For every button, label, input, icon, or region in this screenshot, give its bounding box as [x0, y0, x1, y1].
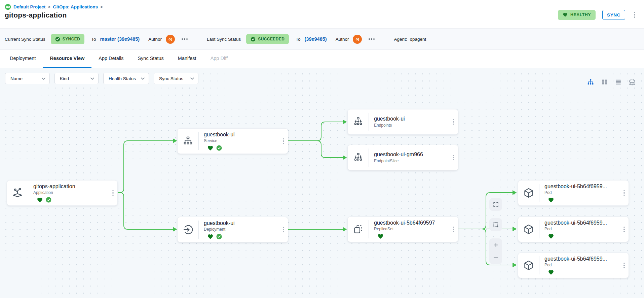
- endpoints-icon: [348, 109, 369, 134]
- node-menu-button[interactable]: [279, 129, 288, 154]
- node-body: guestbook-ui Service: [199, 129, 279, 154]
- node-menu-button[interactable]: [449, 109, 458, 134]
- tab-sync-status[interactable]: Sync Status: [130, 50, 171, 68]
- header-more-menu-button[interactable]: [632, 10, 637, 19]
- breadcrumb-separator: >: [100, 4, 103, 9]
- grid-view-button[interactable]: [600, 78, 608, 86]
- node-body: guestbook-ui-5b64f6959... Pod: [539, 253, 620, 278]
- graph-node-endpointslice[interactable]: guestbook-ui-gm966 EndpointSlice: [347, 145, 458, 170]
- pod-icon: [518, 180, 539, 205]
- chevron-down-icon: [90, 77, 94, 80]
- node-body: gitops-application Application: [28, 180, 109, 205]
- breadcrumb-project-link[interactable]: Default Project: [13, 4, 45, 9]
- author-avatar[interactable]: o(: [353, 35, 362, 44]
- synced-check-icon: [216, 145, 222, 151]
- tab-manifest[interactable]: Manifest: [171, 50, 203, 68]
- graph-node-pod-3[interactable]: guestbook-ui-5b64f6959... Pod: [518, 253, 629, 278]
- last-more-options-icon[interactable]: [367, 37, 376, 41]
- sync-button-label: SYNC: [607, 12, 620, 18]
- graph-node-application[interactable]: gitops-application Application: [7, 180, 118, 206]
- node-title: guestbook-ui: [374, 115, 448, 122]
- node-kind: Deployment: [204, 227, 278, 232]
- tree-view-button[interactable]: [586, 78, 595, 86]
- node-kind: Service: [204, 138, 278, 144]
- divider: [198, 35, 198, 43]
- node-body: guestbook-ui-5b64f6959... Pod: [539, 180, 620, 205]
- sync-status-filter-label: Sync Status: [159, 76, 183, 81]
- marquee-select-button[interactable]: [489, 218, 502, 231]
- node-status: [37, 197, 107, 203]
- node-status: [377, 233, 448, 239]
- kind-filter-dropdown[interactable]: Kind: [54, 73, 99, 84]
- node-menu-button[interactable]: [279, 217, 288, 242]
- to-label: To: [296, 37, 300, 42]
- tab-resource-view[interactable]: Resource View: [43, 50, 91, 68]
- node-title: guestbook-ui: [204, 220, 278, 226]
- author-avatar[interactable]: o(: [166, 35, 175, 44]
- last-sync-status-badge: SUCCEEDED: [246, 34, 289, 44]
- node-menu-button[interactable]: [109, 180, 117, 205]
- tab-app-diff: App Diff: [203, 50, 235, 68]
- sync-button[interactable]: SYNC: [602, 10, 625, 20]
- graph-node-service[interactable]: guestbook-ui Service: [177, 128, 288, 154]
- list-view-button[interactable]: [614, 78, 622, 86]
- healthy-heart-icon: [548, 269, 554, 275]
- fit-to-screen-button[interactable]: [489, 198, 502, 211]
- divider: [385, 35, 385, 43]
- service-icon: [178, 129, 198, 154]
- breadcrumb: Default Project > GitOps: Applications >: [5, 4, 103, 10]
- node-menu-button[interactable]: [449, 217, 458, 242]
- replicaset-icon: [348, 217, 369, 242]
- healthy-heart-icon: [207, 234, 214, 239]
- healthy-heart-icon: [548, 197, 554, 203]
- tab-app-details[interactable]: App Details: [91, 50, 130, 68]
- node-kind: Pod: [544, 190, 618, 196]
- healthy-heart-icon: [548, 233, 554, 239]
- network-view-button[interactable]: [628, 78, 636, 86]
- node-menu-button[interactable]: [620, 217, 629, 242]
- check-circle-icon: [251, 37, 256, 42]
- node-menu-button[interactable]: [449, 145, 458, 170]
- node-title: guestbook-ui-gm966: [374, 151, 448, 158]
- health-status-filter-label: Health Status: [109, 76, 136, 81]
- graph-node-pod-1[interactable]: guestbook-ui-5b64f6959... Pod: [518, 180, 629, 206]
- last-sync-target-link[interactable]: (39e9485): [305, 36, 327, 42]
- node-body: guestbook-ui-5b64f6959... Pod: [539, 217, 620, 242]
- graph-node-deployment[interactable]: guestbook-ui Deployment: [177, 217, 288, 242]
- healthy-heart-icon: [37, 197, 43, 203]
- name-filter-dropdown[interactable]: Name: [5, 73, 50, 84]
- last-sync-status-value: SUCCEEDED: [258, 37, 285, 41]
- zoom-out-button[interactable]: [489, 251, 502, 264]
- node-body: guestbook-ui Endpoints: [369, 109, 449, 134]
- header-actions: HEALTHY SYNC: [558, 10, 637, 20]
- healthy-heart-icon: [207, 145, 214, 151]
- zoom-in-button[interactable]: [489, 238, 502, 251]
- healthy-heart-icon: [377, 233, 384, 239]
- current-sync-status-value: SYNCED: [63, 37, 80, 41]
- breadcrumb-separator: >: [48, 4, 50, 9]
- graph-node-endpoints[interactable]: guestbook-ui Endpoints: [347, 109, 458, 135]
- synced-check-icon: [216, 234, 222, 239]
- health-badge-label: HEALTHY: [570, 12, 591, 17]
- resource-tree-canvas[interactable]: Name Kind Health Status Sync Status: [0, 68, 644, 298]
- node-menu-button[interactable]: [620, 180, 629, 205]
- synced-check-icon: [46, 197, 51, 203]
- current-sync-target-link[interactable]: master (39e9485): [100, 36, 140, 42]
- health-status-filter-dropdown[interactable]: Health Status: [103, 73, 149, 84]
- node-kind: EndpointSlice: [374, 159, 448, 164]
- sync-status-filter-dropdown[interactable]: Sync Status: [154, 73, 198, 84]
- node-menu-button[interactable]: [620, 253, 629, 278]
- to-label: To: [91, 37, 96, 42]
- breadcrumb-applications-link[interactable]: GitOps: Applications: [53, 4, 98, 9]
- graph-node-replicaset[interactable]: guestbook-ui-5b64f69597 ReplicaSet: [347, 217, 458, 242]
- page-title: gitops-application: [5, 11, 67, 19]
- view-toggles: [586, 78, 636, 86]
- tab-deployment[interactable]: Deployment: [3, 50, 43, 68]
- kind-filter-label: Kind: [60, 76, 69, 81]
- graph-node-pod-2[interactable]: guestbook-ui-5b64f6959... Pod: [518, 217, 629, 242]
- current-more-options-icon[interactable]: [180, 37, 189, 41]
- chevron-down-icon: [42, 77, 45, 80]
- node-kind: Pod: [544, 263, 618, 268]
- deployment-icon: [178, 217, 198, 242]
- node-status: [548, 233, 618, 239]
